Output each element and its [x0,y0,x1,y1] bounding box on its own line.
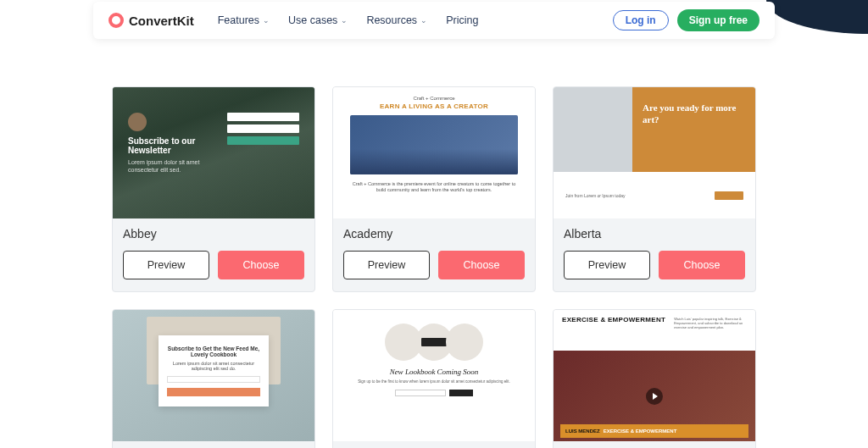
decorative-corner [766,0,868,34]
template-thumbnail[interactable]: Are you ready for more art? Join from Lo… [554,87,755,218]
template-thumbnail[interactable]: EXERCISE & EMPOWERMENT Watch Luis' popul… [554,310,755,441]
thumb-headline: EXERCISE & EMPOWERMENT [562,317,665,344]
brand-logo[interactable]: ConvertKit [108,13,194,28]
thumb-headline: Are you ready for more art? [643,102,745,126]
preview-button[interactable]: Preview [123,251,209,279]
template-thumbnail[interactable]: New Lookbook Coming Soon Sign up to be t… [333,310,535,441]
thumb-video: LUIS MENDEZ EXERCISE & EMPOWERMENT [554,351,755,441]
nav-resources[interactable]: Resources ⌄ [366,14,427,26]
thumb-submit [167,388,260,396]
main-navbar: ConvertKit Features ⌄ Use cases ⌄ Resour… [93,2,775,39]
nav-pricing[interactable]: Pricing [446,14,478,26]
thumb-input [227,124,299,133]
nav-right: Log in Sign up free [613,9,760,31]
template-card-archer: Subscribe to Get the New Feed Me, Lovely… [112,309,315,448]
nav-label: Resources [366,14,417,26]
nav-label: Pricing [446,14,478,26]
template-card-biltmore: EXERCISE & EMPOWERMENT Watch Luis' popul… [553,309,756,448]
thumb-desc: Craft + Commerce is the premiere event f… [350,181,518,193]
template-thumbnail[interactable]: Subscribe to our Newsletter Lorem ipsum … [113,87,314,218]
nav-label: Features [218,14,259,26]
choose-button[interactable]: Choose [218,251,304,279]
template-card-academy: Craft + Commerce EARN A LIVING AS A CREA… [332,86,536,292]
template-thumbnail[interactable]: Subscribe to Get the New Feed Me, Lovely… [113,310,314,441]
banner-name: LUIS MENDEZ [565,429,600,434]
thumb-headline: Subscribe to Get the New Feed Me, Lovely… [167,346,260,357]
thumb-input [167,376,260,383]
thumb-submit [449,390,473,396]
template-card-belmont: New Lookbook Coming Soon Sign up to be t… [332,309,536,448]
thumb-image [350,115,518,174]
template-card-abbey: Subscribe to our Newsletter Lorem ipsum … [112,86,315,292]
nav-label: Use cases [288,14,337,26]
avatar [128,113,147,131]
chevron-down-icon: ⌄ [341,16,348,25]
thumb-circle [446,324,483,361]
thumb-input [227,113,299,121]
template-thumbnail[interactable]: Craft + Commerce EARN A LIVING AS A CREA… [333,87,535,218]
chevron-down-icon: ⌄ [263,16,270,25]
choose-button[interactable]: Choose [438,251,525,279]
login-button[interactable]: Log in [613,10,669,30]
thumb-headline: New Lookbook Coming Soon [350,368,518,376]
preview-button[interactable]: Preview [343,251,430,279]
preview-button[interactable]: Preview [564,251,650,279]
thumb-submit [227,136,299,145]
banner-title: EXERCISE & EMPOWERMENT [604,429,677,434]
brand-name: ConvertKit [129,14,194,28]
thumb-headline: Subscribe to our Newsletter [128,136,215,155]
play-icon [646,388,663,405]
template-grid: Subscribe to our Newsletter Lorem ipsum … [0,86,868,448]
thumb-tagline: Craft + Commerce [350,96,518,101]
template-card-alberta: Are you ready for more art? Join from Lo… [553,86,756,292]
template-name: Alberta [564,227,745,241]
nav-features[interactable]: Features ⌄ [218,14,270,26]
signup-button[interactable]: Sign up free [677,9,760,31]
thumb-image [554,87,632,172]
chevron-down-icon: ⌄ [420,16,427,25]
nav-use-cases[interactable]: Use cases ⌄ [288,14,348,26]
template-name: Academy [343,227,525,241]
choose-button[interactable]: Choose [659,251,745,279]
thumb-submit [715,191,743,200]
template-name: Abbey [123,227,304,241]
thumb-headline: EARN A LIVING AS A CREATOR [350,102,518,110]
nav-links: Features ⌄ Use cases ⌄ Resources ⌄ Prici… [218,14,479,26]
logo-icon [108,13,124,28]
thumb-input [395,390,446,396]
